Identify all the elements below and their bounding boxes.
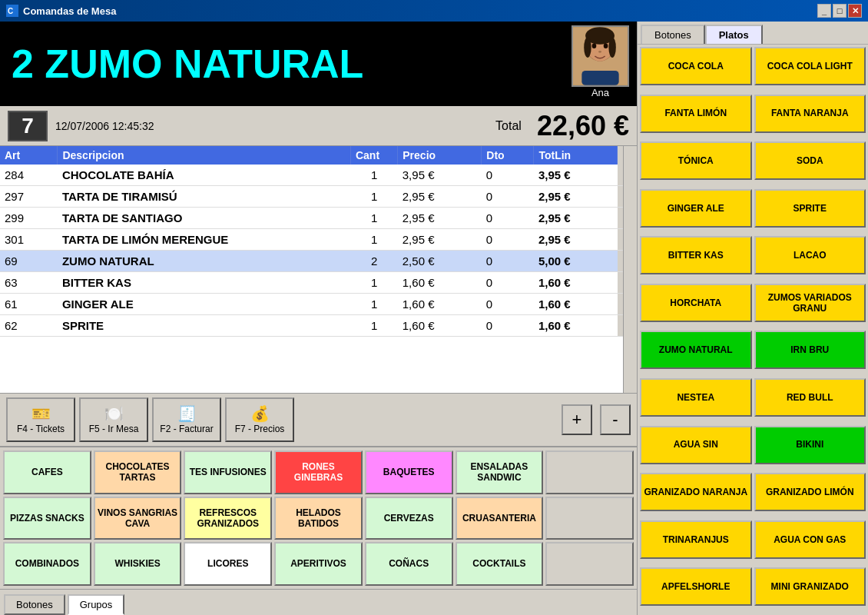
category-button[interactable]: APERITIVOS [274, 542, 363, 586]
menu-button[interactable]: IRN BRU [754, 331, 866, 369]
tab-grupos[interactable]: Grupos [68, 594, 125, 615]
menu-button[interactable]: MINI GRANIZADO [754, 567, 866, 606]
avatar [571, 25, 629, 87]
avatar-name: Ana [591, 87, 609, 98]
right-tab-botones[interactable]: Botones [641, 25, 705, 44]
menu-button[interactable]: LACAO [754, 236, 866, 274]
close-button[interactable]: ✕ [848, 4, 862, 18]
category-button[interactable]: CAFES [3, 450, 91, 494]
menu-button[interactable]: SPRITE [754, 189, 866, 228]
tab-botones[interactable]: Botones [4, 594, 65, 615]
table-row[interactable]: 284 CHOCOLATE BAHÍA 1 3,95 € 0 3,95 € [0, 165, 637, 186]
total-amount: 22,60 € [537, 110, 629, 142]
cell-totlin: 2,95 € [534, 186, 618, 208]
category-button[interactable]: COCKTAILS [456, 542, 544, 586]
svg-point-8 [592, 43, 597, 48]
cell-art: 62 [0, 315, 58, 337]
category-button[interactable] [545, 497, 634, 540]
menu-button[interactable]: FANTA NARANJA [754, 95, 866, 133]
category-button[interactable]: ENSALADAS SANDWIC [456, 450, 544, 494]
category-button[interactable] [545, 542, 634, 586]
cell-desc: GINGER ALE [58, 294, 351, 315]
action-icon: 🍽️ [104, 406, 124, 421]
svg-point-6 [584, 37, 591, 58]
menu-button[interactable]: GRANIZADO NARANJA [640, 473, 752, 511]
cell-art: 297 [0, 186, 58, 208]
table-row[interactable]: 297 TARTA DE TIRAMISÚ 1 2,95 € 0 2,95 € [0, 186, 637, 208]
order-table-container: Art Descripcion Cant Precio Dto TotLin 2… [0, 146, 637, 393]
menu-button[interactable]: AGUA SIN [640, 426, 752, 464]
plus-button[interactable]: + [562, 404, 592, 435]
action-button-f4[interactable]: 🎫F4 - Tickets [6, 397, 75, 442]
cell-totlin: 3,95 € [534, 165, 618, 186]
minimize-button[interactable]: _ [817, 4, 831, 18]
menu-button[interactable]: NESTEA [640, 378, 752, 417]
table-row[interactable]: 61 GINGER ALE 1 1,60 € 0 1,60 € [0, 294, 637, 315]
action-button-f2[interactable]: 🧾F2 - Facturar [152, 397, 221, 442]
menu-button[interactable]: ZUMOS VARIADOS GRANU [754, 284, 866, 322]
action-button-f5[interactable]: 🍽️F5 - Ir Mesa [79, 397, 148, 442]
left-panel: 2 ZUMO NATURAL [0, 22, 638, 615]
category-button[interactable]: RONES GINEBRAS [274, 450, 363, 494]
table-row[interactable]: 62 SPRITE 1 1,60 € 0 1,60 € [0, 315, 637, 337]
action-icon: 🧾 [177, 406, 197, 421]
category-button[interactable]: BAQUETES [365, 450, 453, 494]
category-button[interactable]: HELADOS BATIDOS [274, 497, 363, 540]
action-buttons-bar: 🎫F4 - Tickets🍽️F5 - Ir Mesa🧾F2 - Factura… [0, 393, 637, 447]
col-cant-header: Cant [350, 146, 397, 165]
cell-cant: 1 [350, 165, 397, 186]
menu-button[interactable]: RED BULL [754, 378, 866, 417]
cell-totlin: 1,60 € [534, 272, 618, 294]
action-icon: 🎫 [31, 406, 51, 421]
table-row[interactable]: 63 BITTER KAS 1 1,60 € 0 1,60 € [0, 272, 637, 294]
category-button[interactable]: REFRESCOS GRANIZADOS [184, 497, 272, 540]
menu-button[interactable]: SODA [754, 141, 866, 180]
category-button[interactable]: PIZZAS SNACKS [3, 497, 91, 540]
menu-button[interactable]: ZUMO NATURAL [640, 331, 752, 369]
category-button[interactable]: COMBINADOS [3, 542, 91, 586]
cell-desc: BITTER KAS [58, 272, 351, 294]
category-button[interactable]: COÑACS [365, 542, 453, 586]
category-button[interactable]: CRUASANTERIA [456, 497, 544, 540]
category-button[interactable]: WHISKIES [94, 542, 182, 586]
table-row[interactable]: 69 ZUMO NATURAL 2 2,50 € 0 5,00 € [0, 251, 637, 272]
cell-dto: 0 [482, 315, 534, 337]
category-button[interactable] [545, 450, 634, 494]
minus-button[interactable]: - [600, 404, 631, 435]
menu-button[interactable]: TRINARANJUS [640, 520, 752, 559]
cell-totlin: 5,00 € [534, 251, 618, 272]
order-table: Art Descripcion Cant Precio Dto TotLin 2… [0, 146, 637, 337]
table-header-row: Art Descripcion Cant Precio Dto TotLin [0, 146, 637, 165]
menu-button[interactable]: GRANIZADO LIMÓN [754, 473, 866, 511]
cell-dto: 0 [482, 186, 534, 208]
menu-button[interactable]: BIKINI [754, 426, 866, 464]
table-row[interactable]: 299 TARTA DE SANTIAGO 1 2,95 € 0 2,95 € [0, 208, 637, 229]
action-label: F7 - Precios [235, 424, 285, 434]
menu-button[interactable]: BITTER KAS [640, 236, 752, 274]
menu-button[interactable]: HORCHATA [640, 284, 752, 322]
category-button[interactable]: TES INFUSIONES [184, 450, 272, 494]
menu-button[interactable]: COCA COLA [640, 47, 752, 85]
table-scrollbar[interactable] [623, 146, 637, 393]
col-dto-header: Dto [482, 146, 534, 165]
right-tab-platos[interactable]: Platos [705, 25, 763, 44]
menu-button[interactable]: COCA COLA LIGHT [754, 47, 866, 85]
menu-button[interactable]: TÓNICA [640, 141, 752, 180]
action-button-f7[interactable]: 💰F7 - Precios [225, 397, 294, 442]
cell-totlin: 1,60 € [534, 294, 618, 315]
cell-precio: 2,95 € [398, 208, 482, 229]
cell-cant: 1 [350, 294, 397, 315]
category-button[interactable]: LICORES [184, 542, 272, 586]
table-row[interactable]: 301 TARTA DE LIMÓN MERENGUE 1 2,95 € 0 2… [0, 229, 637, 251]
menu-button[interactable]: GINGER ALE [640, 189, 752, 228]
menu-button[interactable]: FANTA LIMÓN [640, 95, 752, 133]
category-button[interactable]: CERVEZAS [365, 497, 453, 540]
menu-button[interactable]: AGUA CON GAS [754, 520, 866, 559]
menu-button[interactable]: APFELSHORLE [640, 567, 752, 606]
category-button[interactable]: VINOS SANGRIAS CAVA [94, 497, 182, 540]
cell-cant: 1 [350, 208, 397, 229]
category-button[interactable]: CHOCOLATES TARTAS [94, 450, 182, 494]
window-controls: _ □ ✕ [817, 4, 862, 18]
maximize-button[interactable]: □ [833, 4, 846, 18]
cell-desc: ZUMO NATURAL [58, 251, 351, 272]
